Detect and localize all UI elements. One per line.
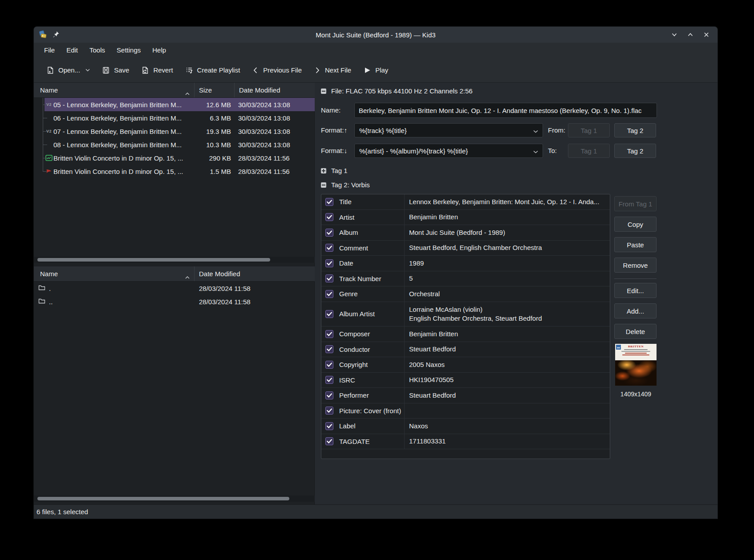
field-value[interactable]: HKI190470505 (404, 373, 610, 388)
close-button[interactable] (702, 31, 710, 39)
format-to-combobox[interactable]: %{artist} - %{album}/%{track} %{title} (354, 144, 543, 158)
field-value[interactable]: Naxos (404, 419, 610, 434)
file-row[interactable]: 06 - Lennox Berkeley, Benjamin Britten M… (34, 111, 315, 125)
remove-button[interactable]: Remove (614, 258, 657, 273)
file-section-header[interactable]: File: FLAC 705 kbps 44100 Hz 2 Channels … (321, 87, 473, 95)
tag2-section-header[interactable]: Tag 2: Vorbis (321, 181, 370, 189)
folder-row[interactable]: .28/03/2024 11:58 (34, 282, 315, 295)
file-name: 07 - Lennox Berkeley, Benjamin Britten M… (53, 128, 195, 135)
expand-icon[interactable] (321, 168, 326, 173)
file-row[interactable]: V207 - Lennox Berkeley, Benjamin Britten… (34, 125, 315, 138)
column-header-size[interactable]: Size (195, 83, 235, 97)
format-from-label: Format:↑ (321, 126, 347, 134)
field-value[interactable]: 5 (404, 271, 610, 286)
column-header-date-modified[interactable]: Date Modified (195, 266, 315, 281)
field-checkbox[interactable] (325, 437, 333, 445)
menu-tools[interactable]: Tools (84, 43, 111, 58)
file-name: 06 - Lennox Berkeley, Benjamin Britten M… (53, 114, 195, 122)
menu-edit[interactable]: Edit (61, 43, 84, 58)
tag-row: PerformerSteuart Bedford (321, 388, 610, 403)
field-checkbox[interactable] (325, 274, 333, 282)
column-header-date-modified[interactable]: Date Modified (235, 83, 315, 97)
field-value[interactable]: 1711803331 (404, 434, 610, 449)
tag-row: Track Number5 (321, 271, 610, 287)
file-list-hscrollbar[interactable] (34, 257, 315, 263)
field-value[interactable]: Steuart Bedford, English Chamber Orchest… (404, 241, 610, 256)
add-button[interactable]: Add... (614, 303, 657, 318)
file-size: 10.3 MB (195, 141, 235, 149)
playlist-icon (185, 66, 194, 75)
scrollbar-thumb[interactable] (37, 497, 289, 500)
field-checkbox[interactable] (325, 330, 333, 338)
format-from-combobox[interactable]: %{track} %{title} (354, 123, 543, 137)
field-value[interactable]: Orchestral (404, 286, 610, 302)
scrollbar-thumb[interactable] (37, 258, 270, 262)
next-file-button[interactable]: Next File (308, 62, 356, 78)
collapse-icon[interactable] (321, 89, 326, 94)
menu-file[interactable]: File (38, 43, 61, 58)
field-value[interactable]: 1989 (404, 256, 610, 271)
field-checkbox[interactable] (325, 290, 333, 298)
previous-file-button[interactable]: Previous File (247, 62, 307, 78)
folder-row[interactable]: ..28/03/2024 11:58 (34, 295, 315, 308)
save-button[interactable]: Save (97, 62, 134, 78)
field-checkbox[interactable] (325, 376, 333, 384)
field-checkbox[interactable] (325, 244, 333, 252)
album-cover-thumbnail[interactable]: BRITTEN (615, 344, 657, 386)
field-value[interactable]: Lorraine McAslan (violin) English Chambe… (404, 302, 610, 326)
field-checkbox[interactable] (325, 259, 333, 267)
field-checkbox[interactable] (325, 310, 333, 318)
file-row[interactable]: V205 - Lennox Berkeley, Benjamin Britten… (34, 98, 315, 111)
field-value[interactable]: Steuart Bedford (404, 388, 610, 403)
folder-list: Name Date Modified .28/03/2024 11:58..28… (34, 266, 315, 308)
file-row[interactable]: Britten Violin Concerto in D minor Op. 1… (34, 165, 315, 178)
play-button[interactable]: Play (358, 62, 393, 78)
file-row[interactable]: 08 - Lennox Berkeley, Benjamin Britten M… (34, 138, 315, 151)
collapse-icon[interactable] (321, 182, 326, 188)
file-row[interactable]: Britten Violin Concerto in D minor Op. 1… (34, 151, 315, 165)
edit-button[interactable]: Edit... (614, 283, 657, 298)
field-value[interactable]: Lennox Berkeley, Benjamin Britten: Mont … (404, 194, 610, 209)
pin-icon (53, 31, 60, 39)
chevron-left-icon (251, 66, 259, 75)
field-value[interactable] (404, 403, 610, 419)
tag1-section-header[interactable]: Tag 1 (321, 167, 348, 174)
open-button[interactable]: Open... (41, 62, 95, 78)
menu-settings[interactable]: Settings (111, 43, 146, 58)
maximize-button[interactable] (686, 31, 694, 39)
field-value[interactable]: Steuart Bedford (404, 342, 610, 357)
filename-input[interactable] (354, 103, 657, 118)
create-playlist-button[interactable]: Create Playlist (180, 62, 245, 78)
titlebar[interactable]: Mont Juic Suite (Bedford - 1989) — Kid3 (34, 27, 718, 43)
field-checkbox[interactable] (325, 391, 333, 399)
tag-row: ComposerBenjamin Britten (321, 326, 610, 342)
folder-name: .. (49, 298, 195, 306)
file-size: 19.3 MB (195, 128, 235, 135)
field-value[interactable]: Benjamin Britten (404, 210, 610, 225)
folder-list-hscrollbar[interactable] (34, 496, 315, 502)
field-checkbox[interactable] (325, 229, 333, 237)
field-checkbox[interactable] (325, 345, 333, 353)
tag-row: TitleLennox Berkeley, Benjamin Britten: … (321, 194, 610, 210)
from-tag2-button[interactable]: Tag 2 (614, 123, 656, 137)
minimize-button[interactable] (670, 31, 678, 39)
column-header-name[interactable]: Name (34, 266, 195, 281)
field-checkbox[interactable] (325, 422, 333, 430)
column-header-name[interactable]: Name (34, 83, 195, 97)
field-checkbox[interactable] (325, 407, 333, 415)
field-checkbox[interactable] (325, 213, 333, 221)
paste-button[interactable]: Paste (614, 237, 657, 252)
field-checkbox[interactable] (325, 198, 333, 206)
revert-button[interactable]: Revert (136, 62, 178, 78)
open-dropdown-icon[interactable] (85, 68, 90, 72)
tag-row: ConductorSteuart Bedford (321, 342, 610, 358)
field-checkbox[interactable] (325, 361, 333, 369)
menu-help[interactable]: Help (146, 43, 172, 58)
delete-button[interactable]: Delete (614, 324, 657, 339)
field-value[interactable]: Mont Juic Suite (Bedford - 1989) (404, 225, 610, 240)
field-value[interactable]: 2005 Naxos (404, 357, 610, 372)
field-value[interactable]: Benjamin Britten (404, 326, 610, 342)
to-tag2-button[interactable]: Tag 2 (614, 144, 656, 158)
copy-button[interactable]: Copy (614, 217, 657, 232)
file-date: 30/03/2024 13:08 (235, 101, 315, 109)
